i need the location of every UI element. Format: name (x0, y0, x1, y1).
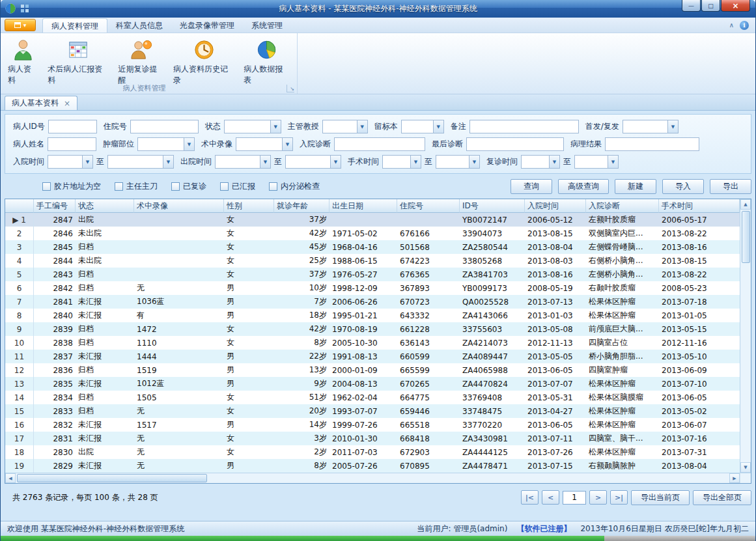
table-row[interactable]: 102838归档1110女8岁2005-10-30636143ZA4214073… (5, 336, 740, 350)
column-header-id[interactable]: ID号 (460, 199, 525, 213)
vertical-scrollbar[interactable]: ▲ ▼ (740, 199, 751, 473)
chevron-down-icon[interactable]: ▼ (260, 156, 270, 168)
filter-combo[interactable]: ▼ (322, 120, 368, 133)
table-row[interactable]: 42844未出院女25岁1988-06-15674223338052682013… (5, 254, 740, 268)
horizontal-scroll-thumb[interactable] (17, 474, 207, 482)
filter-checkbox[interactable]: 已汇报 (220, 181, 255, 192)
table-row[interactable]: 182830出院无女2岁2011-07-03672903ZA4444125201… (5, 445, 740, 459)
column-header-sex[interactable]: 性别 (224, 199, 274, 213)
table-row[interactable]: 62842归档无男10岁1998-12-09367893YB0099173200… (5, 281, 740, 295)
filter-checkbox[interactable]: 胶片地址为空 (42, 181, 101, 192)
filter-combo[interactable]: ▼ (236, 137, 293, 151)
checkbox-box-icon[interactable] (115, 182, 123, 191)
chevron-down-icon[interactable]: ▼ (163, 156, 173, 168)
table-row[interactable]: 162832未汇报1517男14岁1999-07-266655183377022… (5, 418, 740, 432)
advanced-query-button[interactable]: 高级查询 (558, 179, 609, 194)
maximize-button[interactable]: □ (701, 0, 720, 12)
chevron-down-icon[interactable]: ▼ (184, 138, 194, 150)
table-row[interactable]: 52843归档女37岁1976-05-27676365ZA38417032013… (5, 268, 740, 281)
export-current-page-button[interactable]: 导出当前页 (631, 490, 690, 505)
page-number-input[interactable] (563, 491, 586, 505)
group-dialog-launcher-icon[interactable]: ↘ (287, 85, 294, 92)
tab-disc-video-management[interactable]: 光盘录像带管理 (171, 18, 243, 33)
filter-input[interactable] (130, 120, 199, 133)
filter-combo[interactable]: ▼ (107, 155, 174, 169)
filter-combo[interactable]: ▼ (574, 155, 619, 169)
column-header-hosp[interactable]: 住院号 (397, 199, 460, 213)
filter-input[interactable] (605, 137, 699, 151)
table-row[interactable]: 152833归档无女20岁1993-07-0765944633748475201… (5, 404, 740, 418)
tab-system-management[interactable]: 系统管理 (243, 18, 291, 33)
filter-input[interactable] (334, 137, 425, 151)
table-row[interactable]: ▶ 12847出院女37岁YB00721472006-05-12左额叶胶质瘤20… (5, 213, 740, 227)
table-row[interactable]: 82840未汇报有男18岁1995-01-21643332ZA414306620… (5, 309, 740, 322)
main-menu-button[interactable]: ▼ (5, 19, 36, 31)
table-row[interactable]: 22846未出院女42岁1971-05-02676166339040732013… (5, 227, 740, 240)
table-row[interactable]: 32845归档女45岁1968-04-16501568ZA25805442013… (5, 240, 740, 254)
scroll-left-icon[interactable]: ◀ (5, 473, 16, 483)
column-header-age[interactable]: 就诊年龄 (274, 199, 329, 213)
collapse-ribbon-icon[interactable]: ∧ (729, 22, 734, 29)
column-header-diag[interactable]: 入院诊断 (586, 199, 659, 213)
chevron-down-icon[interactable]: ▼ (469, 156, 479, 168)
doc-tab-patient-basic[interactable]: 病人基本资料 × (5, 96, 77, 110)
filter-checkbox[interactable]: 内分泌检查 (269, 181, 320, 192)
filter-combo[interactable]: ▼ (48, 155, 93, 169)
quick-access-icon[interactable] (20, 4, 29, 15)
query-button[interactable]: 查询 (511, 179, 552, 194)
filter-combo[interactable]: ▼ (137, 137, 195, 151)
table-row[interactable]: 72841未汇报1036蓝男7岁2006-06-26670723QA002552… (5, 295, 740, 309)
column-header-admit[interactable]: 入院时间 (525, 199, 586, 213)
tab-department-staff[interactable]: 科室人员信息 (107, 18, 171, 33)
filter-input[interactable] (48, 120, 97, 133)
table-row[interactable]: 92839归档1472女42岁1970-08-19661228337556032… (5, 322, 740, 336)
filter-combo[interactable]: ▼ (224, 120, 281, 133)
vertical-scroll-thumb[interactable] (742, 211, 750, 263)
chevron-down-icon[interactable]: ▼ (410, 156, 421, 168)
close-button[interactable]: × (721, 0, 750, 12)
new-button[interactable]: 新建 (615, 179, 656, 194)
filter-input[interactable] (48, 137, 96, 151)
filter-combo[interactable]: ▼ (436, 155, 480, 169)
checkbox-box-icon[interactable] (42, 182, 51, 191)
filter-checkbox[interactable]: 主任主刀 (115, 181, 158, 192)
scroll-right-icon[interactable]: ▶ (729, 473, 740, 483)
chevron-down-icon[interactable]: ▼ (357, 120, 367, 133)
column-header-status[interactable]: 状态 (76, 199, 134, 213)
patient-history-button[interactable]: 病人资料历史记录 (169, 35, 239, 87)
table-row[interactable]: 172831未汇报无女3岁2010-01-30668418ZA343098120… (5, 432, 740, 445)
prev-page-button[interactable]: < (542, 490, 559, 505)
checkbox-box-icon[interactable] (269, 182, 277, 191)
table-row[interactable]: 122836归档1519男13岁2000-01-09665599ZA406598… (5, 363, 740, 377)
chevron-down-icon[interactable]: ▼ (282, 138, 292, 150)
column-header-video[interactable]: 术中录像 (134, 199, 224, 213)
column-header-num[interactable] (5, 199, 34, 213)
chevron-down-icon[interactable]: ▼ (608, 156, 618, 168)
filter-combo[interactable]: ▼ (382, 155, 421, 169)
registered-badge[interactable]: 【软件已注册】 (516, 523, 571, 534)
horizontal-scrollbar[interactable]: ◀ ▶ (5, 473, 751, 483)
table-row[interactable]: 192829未汇报无男8岁2005-07-26670895ZA447847120… (5, 459, 740, 473)
scroll-down-icon[interactable]: ▼ (740, 462, 751, 473)
chevron-down-icon[interactable]: ▼ (433, 120, 443, 133)
chevron-down-icon[interactable]: ▼ (270, 120, 281, 133)
export-all-pages-button[interactable]: 导出全部页 (693, 490, 751, 505)
chevron-down-icon[interactable]: ▼ (330, 156, 341, 168)
column-header-surgery[interactable]: 手术时间 (659, 199, 740, 213)
export-button[interactable]: 导出 (710, 179, 751, 194)
scroll-up-icon[interactable]: ▲ (740, 199, 751, 210)
table-row[interactable]: 132835未汇报1012蓝男9岁2004-08-13670265ZA44708… (5, 377, 740, 391)
filter-combo[interactable]: ▼ (285, 155, 341, 169)
minimize-button[interactable]: — (682, 0, 701, 12)
filter-input[interactable] (469, 120, 579, 133)
table-row[interactable]: 112837未汇报1444男22岁1991-08-13660599ZA40894… (5, 350, 740, 363)
column-header-birth[interactable]: 出生日期 (329, 199, 397, 213)
tab-patient-data-management[interactable]: 病人资料管理 (42, 18, 107, 33)
table-row[interactable]: 142834归档1505女51岁1962-02-0466477533769408… (5, 391, 740, 404)
next-page-button[interactable]: > (589, 490, 607, 505)
column-header-code[interactable]: 手工编号 (34, 199, 76, 213)
filter-checkbox[interactable]: 已复诊 (171, 181, 206, 192)
filter-combo[interactable]: ▼ (401, 120, 444, 133)
data-report-button[interactable]: 病人数据报表 (239, 35, 294, 87)
help-info-icon[interactable]: i (740, 21, 749, 30)
